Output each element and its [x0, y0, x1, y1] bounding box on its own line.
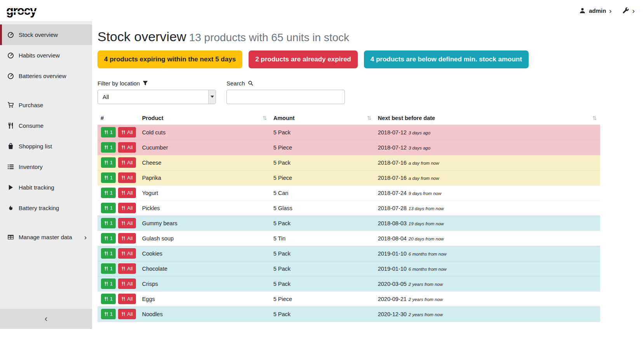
amount-value-cell: 5 Pack: [270, 216, 375, 231]
utensils-icon: [121, 236, 125, 240]
sidebar-item-battery-tracking[interactable]: Battery tracking: [0, 198, 92, 218]
consume-all-button[interactable]: All: [118, 218, 136, 228]
consume-one-button[interactable]: 1: [101, 157, 116, 168]
sidebar-item-manage-master-data[interactable]: Manage master data›: [0, 227, 92, 247]
consume-all-button[interactable]: All: [118, 142, 136, 153]
sidebar-item-habits-overview[interactable]: Habits overview: [0, 45, 92, 66]
consume-one-button-label: 1: [110, 144, 113, 150]
stock-table: # Product ⇅ Amount ⇅ Next best before da…: [97, 113, 600, 322]
column-header-amount[interactable]: Amount ⇅: [270, 113, 375, 125]
consume-one-button[interactable]: 1: [101, 309, 116, 319]
search-input[interactable]: [226, 90, 345, 104]
sidebar-collapse-button[interactable]: ‹: [0, 309, 92, 329]
consume-all-button[interactable]: All: [118, 127, 136, 137]
sidebar-item-purchase[interactable]: Purchase: [0, 95, 92, 115]
consume-one-button[interactable]: 1: [101, 203, 116, 213]
product-name: Gulash soup: [142, 235, 174, 242]
consume-one-button[interactable]: 1: [101, 248, 116, 259]
consume-one-button-label: 1: [110, 281, 113, 287]
status-badge-1[interactable]: 4 products expiring within the next 5 da…: [97, 50, 242, 68]
consume-one-button[interactable]: 1: [101, 233, 116, 244]
sidebar-item-habit-tracking[interactable]: Habit tracking: [0, 177, 92, 198]
sidebar-item-stock-overview[interactable]: Stock overview: [0, 24, 92, 45]
utensils-icon: [121, 191, 125, 195]
app-logo[interactable]: grocy: [6, 5, 36, 17]
table-row: 1AllEggs5 Piece2020-09-212 years from no…: [97, 291, 600, 306]
consume-all-button[interactable]: All: [118, 294, 136, 304]
sidebar-item-inventory[interactable]: Inventory: [0, 157, 92, 177]
best-before-date: 2018-08-04: [378, 235, 407, 242]
consume-all-button-label: All: [127, 235, 132, 241]
column-header-number-label: #: [101, 115, 104, 121]
consume-all-button[interactable]: All: [118, 233, 136, 244]
amount-value-cell: 5 Pack: [270, 125, 375, 140]
sidebar-item-batteries-overview[interactable]: Batteries overview: [0, 66, 92, 86]
consume-one-button[interactable]: 1: [101, 142, 116, 153]
consume-one-button[interactable]: 1: [101, 218, 116, 228]
consume-one-button[interactable]: 1: [101, 127, 116, 137]
product-name: Cookies: [142, 251, 162, 257]
app-logo-text: grocy: [6, 4, 36, 17]
utensils-icon: [104, 297, 108, 301]
product-name-cell: Gulash soup: [139, 231, 270, 246]
relative-time: a day from now: [409, 161, 439, 165]
settings-menu[interactable]: ›: [623, 7, 635, 14]
search-label-text: Search: [226, 80, 245, 87]
location-filter-label: Filter by location: [97, 80, 216, 87]
table-row: 1AllCookies5 Pack2019-01-106 months from…: [97, 246, 600, 261]
consume-one-button-label: 1: [110, 311, 113, 317]
table-icon: [7, 234, 14, 240]
table-row: 1AllGummy bears5 Pack2018-08-0319 days f…: [97, 216, 600, 231]
consume-all-button[interactable]: All: [118, 172, 136, 183]
consume-all-button[interactable]: All: [118, 188, 136, 198]
utensils-icon: [104, 176, 108, 180]
row-actions-cell: 1All: [97, 231, 139, 246]
consume-all-button[interactable]: All: [118, 309, 136, 319]
utensils-icon: [104, 312, 108, 316]
amount-value-cell: 5 Piece: [270, 170, 375, 185]
amount-value: 5 Pack: [273, 160, 291, 166]
flame-icon: [7, 205, 14, 211]
consume-one-button[interactable]: 1: [101, 263, 116, 274]
amount-value-cell: 5 Piece: [270, 291, 375, 306]
column-header-product[interactable]: Product ⇅: [139, 113, 270, 125]
column-header-best-before[interactable]: Next best before date ⇅: [375, 113, 600, 125]
sidebar-item-label: Purchase: [19, 102, 43, 108]
consume-all-button[interactable]: All: [118, 248, 136, 259]
table-row: 1AllPaprika5 Piece2018-07-16a day from n…: [97, 170, 600, 185]
product-name: Chocolate: [142, 266, 167, 272]
consume-one-button[interactable]: 1: [101, 188, 116, 198]
relative-time: 3 days ago: [409, 146, 430, 150]
row-actions-cell: 1All: [97, 246, 139, 261]
consume-one-button[interactable]: 1: [101, 172, 116, 183]
sidebar-item-consume[interactable]: Consume: [0, 115, 92, 136]
best-before-date: 2018-08-03: [378, 220, 407, 226]
amount-value: 5 Pack: [273, 311, 291, 317]
status-badge-2[interactable]: 2 products are already expired: [249, 50, 358, 68]
best-before-date: 2020-03-05: [378, 281, 407, 287]
wrench-icon: [623, 7, 629, 14]
consume-all-button-label: All: [127, 296, 132, 302]
page-title: Stock overview13 products with 65 units …: [97, 29, 644, 45]
best-before-date: 2018-07-24: [378, 190, 407, 196]
column-header-best-before-label: Next best before date: [378, 115, 435, 121]
top-header: grocy admin › ›: [0, 0, 644, 21]
sort-icon: ⇅: [592, 115, 597, 121]
consume-one-button-label: 1: [110, 235, 113, 241]
user-menu[interactable]: admin ›: [579, 7, 612, 14]
sidebar: Stock overviewHabits overviewBatteries o…: [0, 21, 92, 329]
consume-one-button[interactable]: 1: [101, 294, 116, 304]
sidebar-item-label: Battery tracking: [19, 205, 59, 211]
consume-all-button[interactable]: All: [118, 203, 136, 213]
location-filter-select[interactable]: All: [97, 90, 216, 104]
location-filter-value: All: [98, 94, 208, 100]
consume-one-button[interactable]: 1: [101, 278, 116, 289]
status-badge-3[interactable]: 4 products are below defined min. stock …: [364, 50, 529, 68]
consume-all-button[interactable]: All: [118, 278, 136, 289]
consume-one-button-label: 1: [110, 220, 113, 226]
table-row: 1AllPickles5 Glass2018-07-2813 days from…: [97, 200, 600, 216]
consume-all-button[interactable]: All: [118, 157, 136, 168]
sidebar-item-shopping-list[interactable]: Shopping list: [0, 136, 92, 157]
consume-all-button[interactable]: All: [118, 263, 136, 274]
consume-all-button-label: All: [127, 129, 132, 135]
